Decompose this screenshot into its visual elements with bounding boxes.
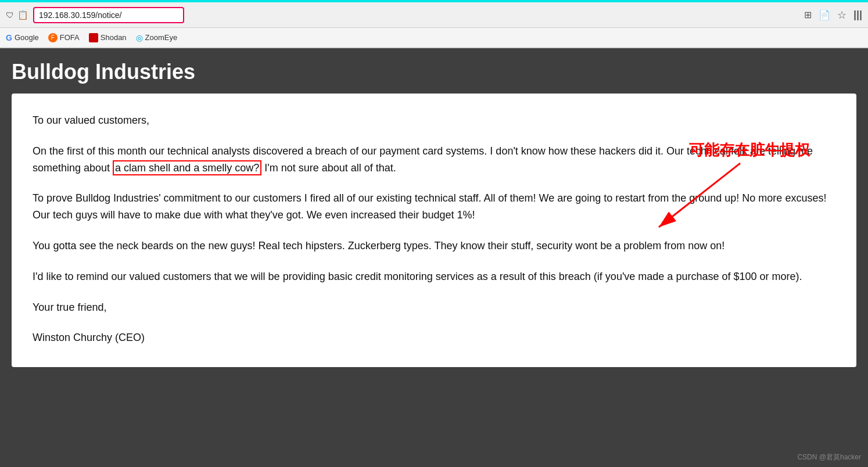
reader-icon: 📋 — [17, 10, 28, 20]
paragraph1-after: I'm not sure about all of that. — [261, 162, 396, 174]
shodan-icon — [89, 33, 98, 42]
annotation-container: 可能存在脏牛提权 — [689, 140, 810, 160]
notice-card: 可能存在脏牛提权 To our valued customers, On the… — [12, 94, 856, 367]
highlighted-phrase: a clam shell and a smelly cow? — [113, 160, 261, 175]
bookmark-fofa[interactable]: F FOFA — [48, 33, 80, 42]
site-title: Bulldog Industries — [12, 60, 856, 84]
browser-chrome: 📋 ⊞ 📄 ||| G Google F FOFA Shodan ◎ ZoomE… — [0, 2, 868, 48]
shield-icon — [6, 10, 14, 20]
bookmark-google-label: Google — [15, 33, 39, 42]
star-icon — [837, 9, 847, 21]
signature: Winston Churchy (CEO) — [33, 329, 835, 346]
address-bar[interactable] — [33, 7, 184, 23]
closing: Your true friend, — [33, 299, 835, 316]
zoomeye-icon: ◎ — [136, 33, 143, 42]
paragraph2: To prove Bulldog Industries' commitment … — [33, 190, 835, 224]
browser-toolbar: 📋 ⊞ 📄 ||| — [0, 2, 868, 28]
paragraph4: I'd like to remind our valued customers … — [33, 268, 835, 285]
sidebar-icon: ||| — [853, 9, 862, 21]
annotation-label: 可能存在脏牛提权 — [689, 141, 810, 159]
bookmark-zoomeye[interactable]: ◎ ZoomEye — [136, 33, 178, 42]
browser-icons-left: 📋 — [6, 10, 28, 20]
google-icon: G — [6, 33, 12, 42]
greeting: To our valued customers, — [33, 112, 835, 129]
bookmark-fofa-label: FOFA — [60, 33, 80, 42]
browser-icons-right: ⊞ 📄 ||| — [804, 9, 862, 21]
paragraph3: You gotta see the neck beards on the new… — [33, 238, 835, 254]
grid-icon: ⊞ — [804, 9, 812, 20]
bookmark-icon: 📄 — [819, 9, 830, 20]
bookmark-google[interactable]: G Google — [6, 33, 39, 42]
bookmarks-bar: G Google F FOFA Shodan ◎ ZoomEye — [0, 28, 868, 48]
bookmark-zoomeye-label: ZoomEye — [145, 33, 178, 42]
bookmark-shodan-label: Shodan — [101, 33, 127, 42]
fofa-icon: F — [48, 33, 58, 42]
watermark: CSDN @君莫hacker — [797, 452, 861, 462]
bookmark-shodan[interactable]: Shodan — [89, 33, 127, 42]
page-content: Bulldog Industries 可能存在脏牛提权 To our value… — [0, 48, 868, 467]
